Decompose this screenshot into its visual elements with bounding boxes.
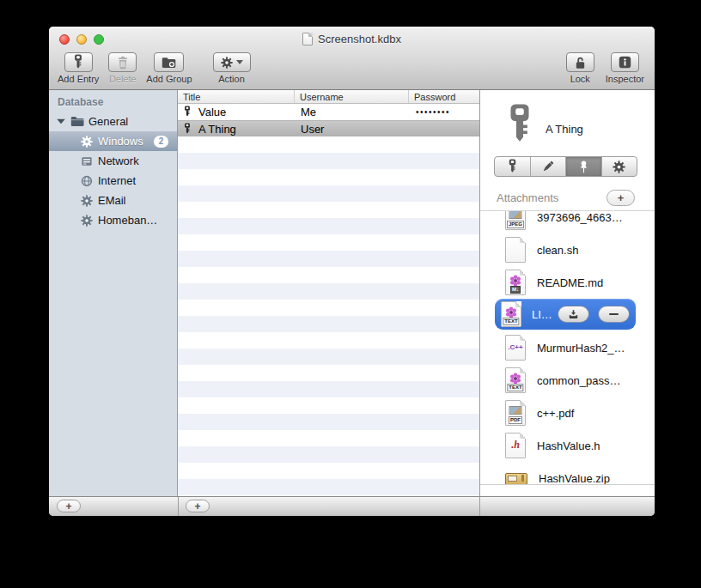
inspector-tab-general[interactable] <box>495 157 531 176</box>
pencil-icon <box>541 160 555 173</box>
attachments-list: JPEG 3973696_4663… clean.sh M↓ README.md <box>480 210 655 485</box>
sidebar-item-homebanking[interactable]: Homeban… <box>49 210 177 230</box>
attachment-row[interactable]: JPEG 3973696_4663… <box>480 210 655 233</box>
save-attachment-button[interactable] <box>558 306 589 323</box>
column-header-username[interactable]: Username <box>295 90 409 103</box>
pdf-file-icon: PDF <box>505 400 526 426</box>
titlebar[interactable]: Screenshot.kdbx <box>49 27 655 52</box>
delete-button[interactable] <box>108 52 137 72</box>
add-group-footer-button[interactable]: + <box>57 500 81 512</box>
action-item: Action <box>213 52 251 84</box>
server-icon <box>81 155 93 167</box>
document-icon[interactable] <box>302 33 313 45</box>
chevron-down-icon <box>236 60 243 64</box>
zip-file-icon <box>505 473 527 485</box>
inspector-tab-settings[interactable] <box>602 157 637 176</box>
add-entry-button[interactable] <box>64 52 93 72</box>
delete-label: Delete <box>109 74 137 84</box>
attachment-name: c++.pdf <box>537 407 574 420</box>
gear-icon <box>81 195 93 207</box>
zoom-button[interactable] <box>94 34 104 45</box>
attachment-row[interactable]: TEXT common_pass… <box>480 364 655 397</box>
column-header-title[interactable]: Title <box>178 90 295 103</box>
add-entry-item: Add Entry <box>58 52 99 84</box>
sidebar-item-label: Homeban… <box>98 214 157 227</box>
add-group-item: Add Group <box>146 52 192 84</box>
inspector-tab-edit[interactable] <box>531 157 567 176</box>
pushpin-icon <box>577 161 590 173</box>
attachment-row[interactable]: M↓ README.md <box>480 266 655 299</box>
sidebar-item-label: EMail <box>98 194 126 207</box>
key-icon <box>508 159 517 175</box>
close-button[interactable] <box>59 34 70 45</box>
lock-button[interactable] <box>566 52 594 72</box>
entry-title: A Thing <box>546 123 583 136</box>
footer-divider <box>178 497 179 516</box>
table-header: Title Username Password <box>178 90 479 104</box>
attachment-row[interactable]: PDF c++.pdf <box>480 397 655 429</box>
minimize-button[interactable] <box>76 34 87 45</box>
attachment-name: HashValue.zip <box>539 472 610 485</box>
footer-divider <box>479 497 480 516</box>
key-icon <box>183 123 192 136</box>
entry-count-badge: 2 <box>154 136 169 148</box>
lock-label: Lock <box>570 74 590 84</box>
sidebar-item-general[interactable]: General <box>49 112 177 131</box>
attachment-row[interactable]: .C++ MurmurHash2_… <box>480 331 655 364</box>
inspector-item: Inspector <box>606 52 644 84</box>
table-row[interactable]: A Thing User <box>178 120 479 136</box>
entry-table: Title Username Password Value Me •••••••… <box>178 90 480 496</box>
attachment-row[interactable]: clean.sh <box>480 233 655 266</box>
inspector-button[interactable] <box>611 52 639 72</box>
toolbar: Add Entry Delete Add Group <box>49 52 655 90</box>
disclosure-triangle-icon[interactable] <box>57 119 65 124</box>
c-header-file-icon: .h <box>505 433 526 458</box>
flower-icon <box>509 274 522 287</box>
action-button[interactable] <box>213 52 251 72</box>
folder-icon <box>70 116 84 127</box>
attachments-header: Attachments + <box>480 186 655 209</box>
attachment-row[interactable]: .h HashValue.h <box>480 429 655 462</box>
entry-title-cell: A Thing <box>198 123 236 136</box>
app-window: Screenshot.kdbx Add Entry Delete <box>49 27 655 516</box>
sidebar-item-label: Network <box>98 155 139 167</box>
add-entry-footer-button[interactable]: + <box>186 500 210 512</box>
key-icon <box>183 106 192 118</box>
entry-password-cell <box>409 121 479 136</box>
attachment-row-selected[interactable]: TEXT LI… <box>495 299 636 330</box>
entry-title-cell: Value <box>198 106 226 118</box>
attachment-row[interactable]: HashValue.zip <box>480 462 655 485</box>
globe-icon <box>81 175 93 187</box>
add-attachment-button[interactable]: + <box>607 190 635 206</box>
folder-plus-icon <box>162 57 176 69</box>
gear-icon <box>613 161 625 173</box>
padlock-open-icon <box>574 56 587 70</box>
inspector-label: Inspector <box>606 74 644 84</box>
markdown-file-icon: M↓ <box>505 270 526 295</box>
sidebar-item-label: General <box>88 115 128 128</box>
key-icon <box>73 54 83 71</box>
inspector-tab-attachments[interactable] <box>566 157 602 176</box>
cpp-file-icon: .C++ <box>505 335 526 361</box>
sidebar-item-label: Windows <box>98 135 143 148</box>
sidebar-item-network[interactable]: Network <box>49 151 177 171</box>
lock-item: Lock <box>566 52 594 84</box>
window-chrome: Screenshot.kdbx Add Entry Delete <box>49 27 655 90</box>
table-row[interactable]: Value Me •••••••• <box>178 104 479 120</box>
table-stripes <box>178 136 479 496</box>
entry-password-cell: •••••••• <box>409 104 479 120</box>
minus-icon <box>609 313 619 315</box>
column-header-password[interactable]: Password <box>409 90 479 103</box>
sidebar-item-internet[interactable]: Internet <box>49 171 177 191</box>
attachment-name: MurmurHash2_… <box>537 342 625 355</box>
sidebar-item-windows[interactable]: Windows 2 <box>49 131 177 151</box>
attachments-label: Attachments <box>497 191 558 204</box>
add-group-button[interactable] <box>154 52 184 72</box>
inspector-panel: A Thing Attachments + <box>480 90 655 496</box>
remove-attachment-button[interactable] <box>598 306 630 323</box>
main-content: Database General Windows 2 Network Inter… <box>49 90 655 496</box>
sidebar-item-email[interactable]: EMail <box>49 191 177 210</box>
gear-icon <box>221 57 233 69</box>
attachment-name: common_pass… <box>537 374 621 387</box>
text-file-icon: TEXT <box>505 367 526 393</box>
